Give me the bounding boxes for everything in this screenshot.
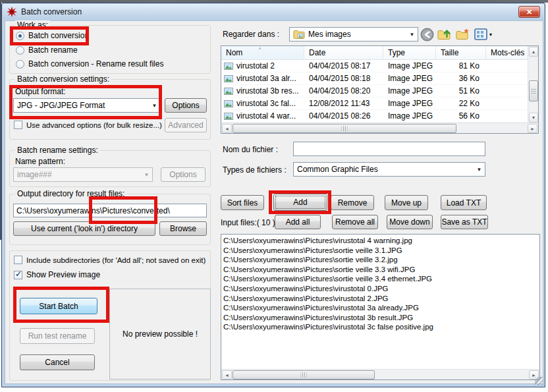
column-header-name[interactable]: Nom ▲ <box>221 46 304 59</box>
input-file-item[interactable]: C:\Users\oxyumerawins\Pictures\virustota… <box>221 294 539 304</box>
back-icon[interactable] <box>419 26 435 42</box>
close-button[interactable]: ✕ <box>518 6 540 18</box>
move-up-button[interactable]: Move up <box>385 195 428 210</box>
input-file-item[interactable]: C:\Users\oxyumerawins\Pictures\virustota… <box>221 284 539 294</box>
title-bar[interactable]: Batch conversion ✕ <box>3 4 544 20</box>
radio-label: Batch conversion <box>28 31 89 40</box>
batch-conversion-window: Batch conversion ✕ Work as: Batch conver… <box>1 3 545 387</box>
browse-button[interactable]: Browse <box>159 221 207 236</box>
input-file-item[interactable]: C:\Users\oxyumerawins\Pictures\virustota… <box>221 303 539 313</box>
file-row[interactable]: virustotal 204/04/2015 08:17Image JPEG81… <box>221 60 528 72</box>
file-type: Image JPEG <box>383 99 436 108</box>
chevron-down-icon: ▼ <box>149 103 160 109</box>
scroll-left-icon[interactable]: ◄ <box>222 370 232 379</box>
output-format-select[interactable]: JPG - JPG/JPEG Format ▼ <box>13 98 161 113</box>
button-label: Add <box>293 198 307 207</box>
column-header-size[interactable]: Taille <box>436 46 486 59</box>
scroll-up-icon[interactable]: ▲ <box>529 47 538 57</box>
dialog-content: Work as: Batch conversion Batch rename B… <box>5 20 543 384</box>
file-name: virustotal 4 war... <box>236 111 296 121</box>
preview-panel: No preview possible ! <box>109 289 211 379</box>
output-directory-input[interactable]: C:\Users\oxyumerawins\Pictures\converted… <box>13 204 207 217</box>
button-label: Move up <box>391 198 422 208</box>
include-subdirectories-checkbox[interactable]: Include subdirectories (for 'Add all'; n… <box>14 256 206 264</box>
radio-batch-rename[interactable]: Batch rename <box>16 45 78 55</box>
sort-ascending-icon: ▲ <box>258 45 262 50</box>
column-label: Date <box>309 48 325 57</box>
sort-files-button[interactable]: Sort files <box>221 195 264 210</box>
button-label: Advanced <box>168 121 203 130</box>
checkbox-icon <box>14 121 22 129</box>
add-button[interactable]: Add <box>273 194 327 211</box>
scrollbar-thumb[interactable] <box>233 124 456 133</box>
file-size: 36 Ko <box>436 74 486 83</box>
file-row[interactable]: virustotal 3c fal...12/08/2012 11:43Imag… <box>221 98 528 110</box>
input-file-item[interactable]: C:\Users\oxyumerawins\Pictures\sortie ve… <box>221 246 539 256</box>
file-row[interactable]: virustotal 4 war...04/04/2015 08:26Image… <box>221 110 528 123</box>
button-label: Cancel <box>45 358 69 367</box>
advanced-button: Advanced <box>165 118 207 132</box>
radio-batch-conversion-rename[interactable]: Batch conversion - Rename result files <box>16 59 163 69</box>
file-name: virustotal 3a alr... <box>236 74 296 83</box>
pictures-folder-icon <box>293 30 305 40</box>
input-file-item[interactable]: C:\Users\oxyumerawins\Pictures\virustota… <box>221 313 539 323</box>
column-header-date[interactable]: Date <box>304 46 383 59</box>
file-list-vertical-scrollbar[interactable]: ▲ ▼ <box>528 46 538 123</box>
thumb-grip <box>301 372 307 378</box>
input-file-item[interactable]: C:\Users\oxyumerawins\Pictures\virustota… <box>221 322 539 332</box>
look-in-select[interactable]: Mes images ▼ <box>289 27 418 42</box>
checkbox-icon <box>14 256 22 264</box>
button-label: Remove <box>338 198 368 208</box>
file-size: 56 Ko <box>436 111 486 121</box>
input-file-item[interactable]: C:\Users\oxyumerawins\Pictures\sortie ve… <box>221 265 539 275</box>
work-as-caption: Work as: <box>15 20 50 30</box>
start-batch-button[interactable]: Start Batch <box>20 298 97 314</box>
add-all-button[interactable]: Add all <box>275 215 321 229</box>
button-label: Add all <box>286 217 310 227</box>
chevron-down-icon: ▼ <box>141 172 152 178</box>
column-header-keywords[interactable]: Mots-clés <box>486 46 528 59</box>
radio-batch-conversion[interactable]: Batch conversion <box>16 31 89 40</box>
input-files-list: C:\Users\oxyumerawins\Pictures\virustota… <box>221 235 539 332</box>
column-label: Mots-clés <box>491 48 524 57</box>
file-list-horizontal-scrollbar[interactable]: ◄ ► <box>221 123 538 133</box>
checkbox-label: Include subdirectories (for 'Add all'; n… <box>26 256 206 264</box>
input-files-horizontal-scrollbar[interactable]: ◄ ► <box>221 369 539 379</box>
scroll-down-icon[interactable]: ▼ <box>529 113 538 123</box>
use-advanced-options-checkbox[interactable]: Use advanced options (for bulk resize...… <box>14 121 162 129</box>
output-directory-caption: Output directory for result files: <box>15 189 126 198</box>
file-row[interactable]: virustotal 3b res...04/04/2015 08:20Imag… <box>221 85 528 98</box>
file-row[interactable]: virustotal 3a alr...04/04/2015 08:18Imag… <box>221 72 528 85</box>
image-file-icon <box>224 88 233 95</box>
move-down-button[interactable]: Move down <box>387 215 433 229</box>
scrollbar-thumb[interactable] <box>529 80 538 101</box>
new-folder-icon[interactable] <box>455 26 471 42</box>
input-file-item[interactable]: C:\Users\oxyumerawins\Pictures\virustota… <box>221 236 539 246</box>
cancel-button[interactable]: Cancel <box>20 354 95 370</box>
views-icon[interactable]: ▼ <box>472 26 495 42</box>
scroll-right-icon[interactable]: ► <box>528 124 537 133</box>
column-header-type[interactable]: Type <box>383 46 436 59</box>
up-folder-icon[interactable] <box>437 26 452 42</box>
scroll-left-icon[interactable]: ◄ <box>222 124 232 133</box>
use-current-directory-button[interactable]: Use current ('look in') directory <box>13 221 155 236</box>
format-options-button[interactable]: Options <box>165 98 207 113</box>
window-title: Batch conversion <box>21 7 82 16</box>
scrollbar-thumb[interactable] <box>233 370 375 379</box>
filetype-select[interactable]: Common Graphic Files ▼ <box>293 162 485 177</box>
show-preview-checkbox[interactable]: Show Preview image <box>14 270 100 279</box>
resize-grip[interactable] <box>535 377 543 385</box>
save-as-txt-button[interactable]: Save as TXT <box>441 215 488 229</box>
remove-all-button[interactable]: Remove all <box>332 215 378 229</box>
button-label: Run test rename <box>28 331 87 341</box>
filename-input[interactable] <box>293 142 485 156</box>
remove-button[interactable]: Remove <box>331 195 374 210</box>
filetype-label: Types de fichiers : <box>223 165 287 175</box>
file-date: 04/04/2015 08:18 <box>304 74 383 83</box>
input-file-item[interactable]: C:\Users\oxyumerawins\Pictures\sortie ve… <box>221 255 539 265</box>
load-txt-button[interactable]: Load TXT <box>441 195 487 210</box>
file-type: Image JPEG <box>383 61 436 70</box>
button-label: Move down <box>389 217 429 227</box>
button-label: Remove all <box>335 217 375 227</box>
input-file-item[interactable]: C:\Users\oxyumerawins\Pictures\sortie ve… <box>221 274 539 284</box>
